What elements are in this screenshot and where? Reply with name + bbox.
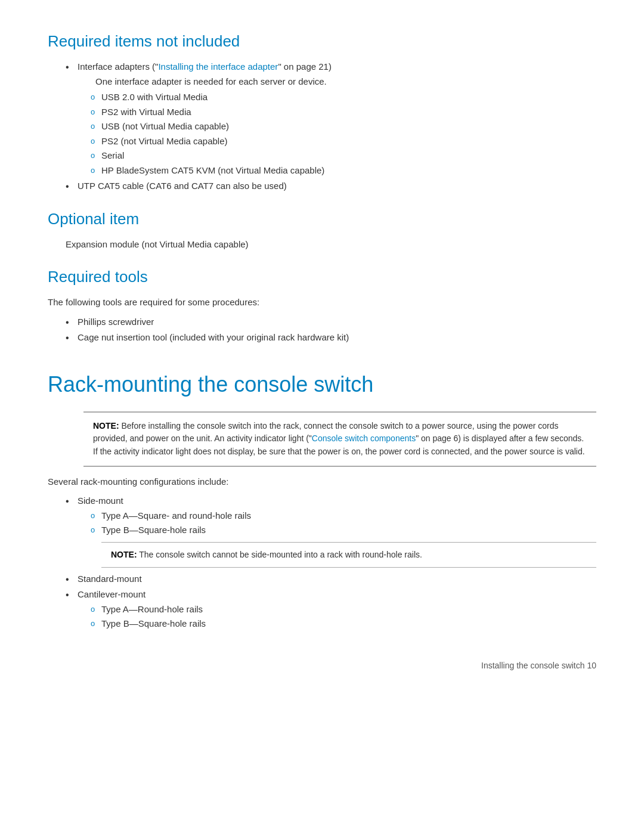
list-item: Interface adapters ("Installing the inte… [66,60,596,177]
list-item: UTP CAT5 cable (CAT6 and CAT7 can also b… [66,179,596,193]
cantilever-sub-list: Type A—Round-hole rails Type B—Square-ho… [89,603,596,631]
list-item: USB (not Virtual Media capable) [89,120,596,134]
optional-item-title: Optional item [48,208,596,231]
rack-mounting-section: Rack-mounting the console switch NOTE: B… [48,363,596,631]
list-item: Standard-mount [66,572,596,586]
interface-adapter-link[interactable]: Installing the interface adapter [158,61,278,72]
page-footer: Installing the console switch 10 [48,655,596,672]
rack-mounting-title: Rack-mounting the console switch [48,363,596,401]
list-item: PS2 with Virtual Media [89,106,596,119]
note-inline-text: The console switch cannot be side-mounte… [139,550,422,559]
list-item: Type B—Square-hole rails [89,524,596,537]
list-item: PS2 (not Virtual Media capable) [89,135,596,148]
list-item: Cage nut insertion tool (included with y… [66,331,596,345]
required-items-title: Required items not included [48,30,596,53]
list-item: Type B—Square-hole rails [89,617,596,631]
interface-adapters-text: Interface adapters ("Installing the inte… [78,61,332,72]
required-items-list: Interface adapters ("Installing the inte… [66,60,596,193]
rack-mounting-note: NOTE: Before installing the console swit… [83,411,596,467]
console-switch-components-link[interactable]: Console switch components [312,433,416,443]
list-item: Side-mount Type A—Square- and round-hole… [66,494,596,568]
required-items-section: Required items not included Interface ad… [48,30,596,193]
optional-item-description: Expansion module (not Virtual Media capa… [66,238,596,252]
required-tools-title: Required tools [48,265,596,289]
side-mount-note: NOTE: The console switch cannot be side-… [101,542,596,568]
note-text: Before installing the console switch int… [93,421,585,456]
optional-item-section: Optional item Expansion module (not Virt… [48,208,596,252]
list-item: USB 2.0 with Virtual Media [89,91,596,104]
required-tools-section: Required tools The following tools are r… [48,265,596,345]
note-label-inline: NOTE: [111,550,137,559]
required-tools-list: Phillips screwdriver Cage nut insertion … [66,315,596,345]
footer-text: Installing the console switch 10 [481,661,596,670]
sub-intro-text: One interface adapter is needed for each… [95,75,596,89]
required-tools-intro: The following tools are required for som… [48,296,596,309]
adapter-types-list: USB 2.0 with Virtual Media PS2 with Virt… [89,91,596,177]
note-label: NOTE: [93,421,119,431]
list-item: Phillips screwdriver [66,315,596,329]
list-item: Type A—Square- and round-hole rails [89,509,596,523]
rack-mounting-list: Side-mount Type A—Square- and round-hole… [66,494,596,631]
list-item: Serial [89,149,596,163]
list-item: Type A—Round-hole rails [89,603,596,617]
side-mount-sub-list: Type A—Square- and round-hole rails Type… [89,509,596,537]
rack-mounting-intro: Several rack-mounting configurations inc… [48,475,596,489]
list-item: Cantilever-mount Type A—Round-hole rails… [66,588,596,631]
list-item: HP BladeSystem CAT5 KVM (not Virtual Med… [89,164,596,178]
